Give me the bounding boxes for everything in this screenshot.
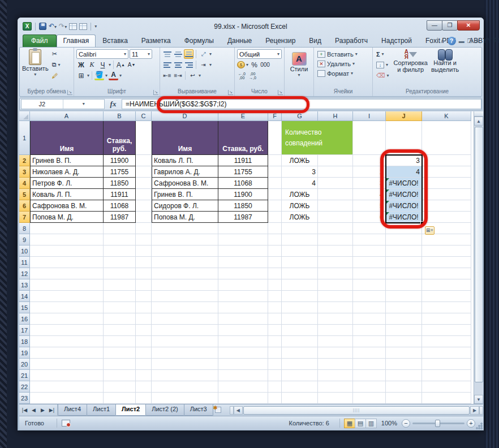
cell-D6[interactable]: Сидоров Ф. Л. xyxy=(152,200,218,212)
cell-C4[interactable] xyxy=(136,178,152,189)
cell-F15[interactable] xyxy=(268,302,282,313)
cell-F12[interactable] xyxy=(268,268,282,279)
cell-D10[interactable] xyxy=(152,245,218,257)
cell-D7[interactable]: Попова М. Д. xyxy=(152,212,218,223)
cell-H22[interactable] xyxy=(318,381,353,393)
align-bottom-button[interactable] xyxy=(184,49,193,59)
fill-color-dropdown-icon[interactable]: ▾ xyxy=(105,73,107,78)
cell-B18[interactable] xyxy=(104,336,136,347)
cell-E19[interactable] xyxy=(218,347,268,359)
borders-button[interactable]: ⊞ xyxy=(76,71,86,80)
cell-D12[interactable] xyxy=(152,268,218,279)
cell-G18[interactable] xyxy=(282,336,318,347)
ribbon-tab-вставка[interactable]: Вставка xyxy=(96,35,135,47)
fill-handle[interactable] xyxy=(420,221,424,225)
row-header-3[interactable]: 3 xyxy=(19,166,30,178)
column-header-I[interactable]: I xyxy=(353,111,386,121)
cell-G11[interactable] xyxy=(282,257,318,268)
column-header-D[interactable]: D xyxy=(152,111,218,121)
cell-C14[interactable] xyxy=(136,291,152,302)
cell-G20[interactable] xyxy=(282,359,318,370)
cell-I19[interactable] xyxy=(353,347,386,359)
cell-D4[interactable]: Сафронова В. М. xyxy=(152,178,218,189)
cell-I21[interactable] xyxy=(353,370,386,381)
align-center-button[interactable] xyxy=(173,60,183,70)
macro-record-icon[interactable] xyxy=(62,420,70,427)
cell-I1[interactable] xyxy=(353,121,386,155)
insert-function-icon[interactable]: fx xyxy=(105,100,122,109)
merge-center-button[interactable]: ⇥ xyxy=(199,60,208,70)
cell-E13[interactable] xyxy=(218,279,268,291)
cell-B15[interactable] xyxy=(104,302,136,313)
ribbon-tab-данные[interactable]: Данные xyxy=(221,35,259,47)
font-dialog-launcher[interactable]: ↘ xyxy=(153,90,158,95)
alignment-dialog-launcher[interactable]: ↘ xyxy=(228,90,233,95)
cell-K15[interactable] xyxy=(422,302,471,313)
workbook-restore-icon[interactable]: ❐ xyxy=(467,38,472,44)
cell-G7[interactable]: ЛОЖЬ xyxy=(282,212,318,223)
align-middle-button[interactable] xyxy=(173,49,183,59)
sort-filter-button[interactable]: А Я Сортировка и фильтр xyxy=(394,49,428,88)
cell-G16[interactable] xyxy=(282,313,318,325)
cell-H6[interactable] xyxy=(318,200,353,212)
cell-J13[interactable] xyxy=(386,279,422,291)
cell-B7[interactable]: 11987 xyxy=(104,212,136,223)
cell-E17[interactable] xyxy=(218,325,268,336)
ribbon-tab-разработч[interactable]: Разработч xyxy=(328,35,375,47)
cell-G10[interactable] xyxy=(282,245,318,257)
cell-F20[interactable] xyxy=(268,359,282,370)
cell-K2[interactable] xyxy=(422,155,471,166)
cell-F23[interactable] xyxy=(268,393,282,404)
grow-font-button[interactable]: A▲ xyxy=(116,60,126,70)
cell-G15[interactable] xyxy=(282,302,318,313)
row-header-23[interactable]: 23 xyxy=(19,393,30,404)
cell-A3[interactable]: Николаев А. Д. xyxy=(30,166,104,178)
horizontal-scroll-thumb[interactable] xyxy=(243,406,470,415)
cell-B23[interactable] xyxy=(104,393,136,404)
cell-C18[interactable] xyxy=(136,336,152,347)
resize-grip[interactable] xyxy=(475,422,483,429)
normal-view-button[interactable]: ▦ xyxy=(344,419,355,428)
cell-B2[interactable]: 11900 xyxy=(104,155,136,166)
cell-K22[interactable] xyxy=(422,381,471,393)
cell-F19[interactable] xyxy=(268,347,282,359)
cell-E8[interactable] xyxy=(218,223,268,234)
cell-B22[interactable] xyxy=(104,381,136,393)
wrap-text-button[interactable]: ↩ xyxy=(188,71,197,80)
cell-H10[interactable] xyxy=(318,245,353,257)
help-icon[interactable]: ? xyxy=(448,37,456,45)
cell-H20[interactable] xyxy=(318,359,353,370)
cell-J11[interactable] xyxy=(386,257,422,268)
cell-D23[interactable] xyxy=(152,393,218,404)
ribbon-tab-рецензир[interactable]: Рецензир xyxy=(259,35,302,47)
sheet-tab-лист4[interactable]: Лист4 xyxy=(58,404,87,416)
column-header-F[interactable]: F xyxy=(268,111,282,121)
cell-A14[interactable] xyxy=(30,291,104,302)
cell-I3[interactable]: 2 xyxy=(353,166,386,178)
cell-G19[interactable] xyxy=(282,347,318,359)
formula-input[interactable]: =НАИМЕНЬШИЙ($G$2:$G$7;I2) xyxy=(122,99,481,109)
cell-G12[interactable] xyxy=(282,268,318,279)
cell-E11[interactable] xyxy=(218,257,268,268)
cell-E1[interactable]: Ставка, руб. xyxy=(218,121,268,155)
merge-dropdown-icon[interactable]: ▾ xyxy=(209,62,212,67)
column-header-J[interactable]: J xyxy=(386,111,422,121)
cell-I16[interactable] xyxy=(353,313,386,325)
cell-K3[interactable] xyxy=(422,166,471,178)
workbook-close-icon[interactable]: ✕ xyxy=(475,38,480,44)
ribbon-tab-главная[interactable]: Главная xyxy=(57,35,96,47)
cell-K19[interactable] xyxy=(422,347,471,359)
zoom-thumb[interactable] xyxy=(435,420,440,427)
cell-A1[interactable]: Имя xyxy=(30,121,104,155)
cell-J4[interactable]: #ЧИСЛО! xyxy=(386,178,422,189)
cell-H23[interactable] xyxy=(318,393,353,404)
cell-H21[interactable] xyxy=(318,370,353,381)
cell-I15[interactable] xyxy=(353,302,386,313)
horizontal-scrollbar[interactable]: ◀ ▶ xyxy=(230,404,483,416)
cell-J16[interactable] xyxy=(386,313,422,325)
cell-H7[interactable] xyxy=(318,212,353,223)
cell-I8[interactable] xyxy=(353,223,386,234)
cell-A20[interactable] xyxy=(30,359,104,370)
row-header-1[interactable]: 1 xyxy=(19,121,30,155)
cell-E3[interactable]: 11755 xyxy=(218,166,268,178)
